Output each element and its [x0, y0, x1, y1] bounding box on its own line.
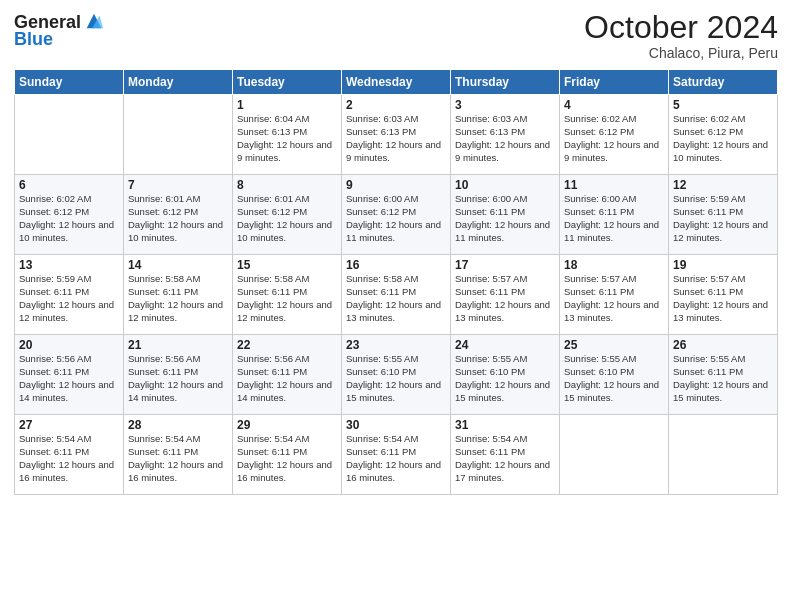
table-row: [669, 415, 778, 495]
day-number: 23: [346, 338, 446, 352]
day-info: Sunrise: 5:54 AMSunset: 6:11 PMDaylight:…: [237, 433, 337, 484]
calendar-table: Sunday Monday Tuesday Wednesday Thursday…: [14, 69, 778, 495]
calendar-week-row: 1Sunrise: 6:04 AMSunset: 6:13 PMDaylight…: [15, 95, 778, 175]
table-row: 2Sunrise: 6:03 AMSunset: 6:13 PMDaylight…: [342, 95, 451, 175]
day-number: 8: [237, 178, 337, 192]
day-info: Sunrise: 6:01 AMSunset: 6:12 PMDaylight:…: [128, 193, 228, 244]
subtitle: Chalaco, Piura, Peru: [584, 45, 778, 61]
day-info: Sunrise: 5:54 AMSunset: 6:11 PMDaylight:…: [346, 433, 446, 484]
day-info: Sunrise: 5:58 AMSunset: 6:11 PMDaylight:…: [237, 273, 337, 324]
day-number: 27: [19, 418, 119, 432]
day-info: Sunrise: 5:54 AMSunset: 6:11 PMDaylight:…: [455, 433, 555, 484]
day-info: Sunrise: 6:00 AMSunset: 6:11 PMDaylight:…: [564, 193, 664, 244]
header-wednesday: Wednesday: [342, 70, 451, 95]
table-row: 1Sunrise: 6:04 AMSunset: 6:13 PMDaylight…: [233, 95, 342, 175]
header-sunday: Sunday: [15, 70, 124, 95]
month-title: October 2024: [584, 10, 778, 45]
table-row: 26Sunrise: 5:55 AMSunset: 6:11 PMDayligh…: [669, 335, 778, 415]
day-info: Sunrise: 6:01 AMSunset: 6:12 PMDaylight:…: [237, 193, 337, 244]
day-info: Sunrise: 5:58 AMSunset: 6:11 PMDaylight:…: [128, 273, 228, 324]
day-info: Sunrise: 6:02 AMSunset: 6:12 PMDaylight:…: [673, 113, 773, 164]
day-info: Sunrise: 5:55 AMSunset: 6:10 PMDaylight:…: [346, 353, 446, 404]
table-row: 4Sunrise: 6:02 AMSunset: 6:12 PMDaylight…: [560, 95, 669, 175]
table-row: 30Sunrise: 5:54 AMSunset: 6:11 PMDayligh…: [342, 415, 451, 495]
table-row: 31Sunrise: 5:54 AMSunset: 6:11 PMDayligh…: [451, 415, 560, 495]
day-number: 5: [673, 98, 773, 112]
table-row: 27Sunrise: 5:54 AMSunset: 6:11 PMDayligh…: [15, 415, 124, 495]
table-row: 18Sunrise: 5:57 AMSunset: 6:11 PMDayligh…: [560, 255, 669, 335]
logo-icon: [83, 10, 105, 32]
header-monday: Monday: [124, 70, 233, 95]
table-row: [124, 95, 233, 175]
day-number: 24: [455, 338, 555, 352]
day-number: 10: [455, 178, 555, 192]
header: General Blue October 2024 Chalaco, Piura…: [14, 10, 778, 61]
day-info: Sunrise: 6:00 AMSunset: 6:11 PMDaylight:…: [455, 193, 555, 244]
table-row: 28Sunrise: 5:54 AMSunset: 6:11 PMDayligh…: [124, 415, 233, 495]
table-row: [15, 95, 124, 175]
table-row: 19Sunrise: 5:57 AMSunset: 6:11 PMDayligh…: [669, 255, 778, 335]
day-info: Sunrise: 5:55 AMSunset: 6:10 PMDaylight:…: [564, 353, 664, 404]
day-info: Sunrise: 5:57 AMSunset: 6:11 PMDaylight:…: [673, 273, 773, 324]
table-row: 6Sunrise: 6:02 AMSunset: 6:12 PMDaylight…: [15, 175, 124, 255]
day-info: Sunrise: 5:59 AMSunset: 6:11 PMDaylight:…: [673, 193, 773, 244]
header-thursday: Thursday: [451, 70, 560, 95]
day-info: Sunrise: 5:55 AMSunset: 6:10 PMDaylight:…: [455, 353, 555, 404]
table-row: [560, 415, 669, 495]
day-number: 9: [346, 178, 446, 192]
table-row: 11Sunrise: 6:00 AMSunset: 6:11 PMDayligh…: [560, 175, 669, 255]
calendar-week-row: 6Sunrise: 6:02 AMSunset: 6:12 PMDaylight…: [15, 175, 778, 255]
weekday-header-row: Sunday Monday Tuesday Wednesday Thursday…: [15, 70, 778, 95]
table-row: 21Sunrise: 5:56 AMSunset: 6:11 PMDayligh…: [124, 335, 233, 415]
table-row: 13Sunrise: 5:59 AMSunset: 6:11 PMDayligh…: [15, 255, 124, 335]
day-info: Sunrise: 6:03 AMSunset: 6:13 PMDaylight:…: [455, 113, 555, 164]
day-number: 17: [455, 258, 555, 272]
day-number: 16: [346, 258, 446, 272]
table-row: 10Sunrise: 6:00 AMSunset: 6:11 PMDayligh…: [451, 175, 560, 255]
day-number: 25: [564, 338, 664, 352]
day-info: Sunrise: 6:00 AMSunset: 6:12 PMDaylight:…: [346, 193, 446, 244]
day-info: Sunrise: 5:59 AMSunset: 6:11 PMDaylight:…: [19, 273, 119, 324]
day-number: 26: [673, 338, 773, 352]
day-info: Sunrise: 6:03 AMSunset: 6:13 PMDaylight:…: [346, 113, 446, 164]
day-info: Sunrise: 6:04 AMSunset: 6:13 PMDaylight:…: [237, 113, 337, 164]
day-number: 3: [455, 98, 555, 112]
day-info: Sunrise: 5:56 AMSunset: 6:11 PMDaylight:…: [19, 353, 119, 404]
day-number: 22: [237, 338, 337, 352]
table-row: 17Sunrise: 5:57 AMSunset: 6:11 PMDayligh…: [451, 255, 560, 335]
table-row: 8Sunrise: 6:01 AMSunset: 6:12 PMDaylight…: [233, 175, 342, 255]
day-number: 20: [19, 338, 119, 352]
day-info: Sunrise: 5:54 AMSunset: 6:11 PMDaylight:…: [128, 433, 228, 484]
day-info: Sunrise: 5:56 AMSunset: 6:11 PMDaylight:…: [128, 353, 228, 404]
day-number: 19: [673, 258, 773, 272]
header-friday: Friday: [560, 70, 669, 95]
calendar-week-row: 27Sunrise: 5:54 AMSunset: 6:11 PMDayligh…: [15, 415, 778, 495]
day-number: 21: [128, 338, 228, 352]
table-row: 23Sunrise: 5:55 AMSunset: 6:10 PMDayligh…: [342, 335, 451, 415]
page: General Blue October 2024 Chalaco, Piura…: [0, 0, 792, 612]
table-row: 22Sunrise: 5:56 AMSunset: 6:11 PMDayligh…: [233, 335, 342, 415]
table-row: 3Sunrise: 6:03 AMSunset: 6:13 PMDaylight…: [451, 95, 560, 175]
calendar-week-row: 13Sunrise: 5:59 AMSunset: 6:11 PMDayligh…: [15, 255, 778, 335]
table-row: 25Sunrise: 5:55 AMSunset: 6:10 PMDayligh…: [560, 335, 669, 415]
day-info: Sunrise: 5:56 AMSunset: 6:11 PMDaylight:…: [237, 353, 337, 404]
day-number: 7: [128, 178, 228, 192]
day-number: 1: [237, 98, 337, 112]
day-number: 15: [237, 258, 337, 272]
day-number: 18: [564, 258, 664, 272]
day-info: Sunrise: 5:55 AMSunset: 6:11 PMDaylight:…: [673, 353, 773, 404]
table-row: 12Sunrise: 5:59 AMSunset: 6:11 PMDayligh…: [669, 175, 778, 255]
day-number: 12: [673, 178, 773, 192]
day-info: Sunrise: 5:57 AMSunset: 6:11 PMDaylight:…: [455, 273, 555, 324]
table-row: 14Sunrise: 5:58 AMSunset: 6:11 PMDayligh…: [124, 255, 233, 335]
day-info: Sunrise: 5:58 AMSunset: 6:11 PMDaylight:…: [346, 273, 446, 324]
table-row: 15Sunrise: 5:58 AMSunset: 6:11 PMDayligh…: [233, 255, 342, 335]
table-row: 29Sunrise: 5:54 AMSunset: 6:11 PMDayligh…: [233, 415, 342, 495]
logo-blue-text: Blue: [14, 30, 53, 48]
day-number: 28: [128, 418, 228, 432]
day-number: 13: [19, 258, 119, 272]
calendar-week-row: 20Sunrise: 5:56 AMSunset: 6:11 PMDayligh…: [15, 335, 778, 415]
logo: General Blue: [14, 10, 105, 48]
day-number: 30: [346, 418, 446, 432]
table-row: 9Sunrise: 6:00 AMSunset: 6:12 PMDaylight…: [342, 175, 451, 255]
